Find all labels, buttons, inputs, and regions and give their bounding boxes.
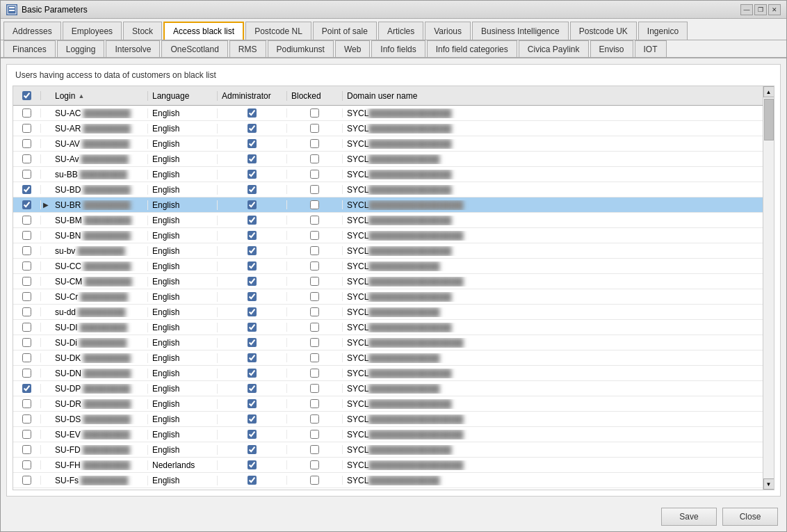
row-checkbox[interactable] <box>22 170 31 179</box>
row-checkbox-cell[interactable] <box>13 231 41 240</box>
row-admin[interactable] <box>218 414 287 424</box>
row-checkbox[interactable] <box>22 277 31 286</box>
admin-checkbox[interactable] <box>248 384 257 393</box>
admin-checkbox[interactable] <box>248 307 257 316</box>
row-checkbox[interactable] <box>22 292 31 301</box>
row-checkbox-cell[interactable] <box>13 200 41 209</box>
row-checkbox[interactable] <box>22 445 31 454</box>
table-row[interactable]: SU-AR ████████EnglishSYCL██████████████ <box>13 121 774 136</box>
row-admin[interactable] <box>218 216 287 225</box>
admin-checkbox[interactable] <box>248 108 257 118</box>
row-blocked[interactable] <box>287 369 343 378</box>
blocked-checkbox[interactable] <box>310 414 319 424</box>
blocked-checkbox[interactable] <box>310 292 319 301</box>
row-checkbox-cell[interactable] <box>13 292 41 301</box>
blocked-checkbox[interactable] <box>310 216 319 225</box>
row-admin[interactable] <box>218 108 287 118</box>
row-blocked[interactable] <box>287 139 343 148</box>
row-blocked[interactable] <box>287 154 343 163</box>
row-checkbox-cell[interactable] <box>13 414 41 424</box>
blocked-checkbox[interactable] <box>310 185 319 194</box>
row-checkbox[interactable] <box>22 124 31 133</box>
blocked-checkbox[interactable] <box>310 338 319 347</box>
row-admin[interactable] <box>218 369 287 378</box>
tab2-intersolve[interactable]: Intersolve <box>106 40 160 57</box>
blocked-checkbox[interactable] <box>310 231 319 240</box>
table-row[interactable]: SU-EV ████████EnglishSYCL███████████████… <box>13 427 774 442</box>
table-row[interactable]: SU-BD ████████EnglishSYCL██████████████ <box>13 182 774 198</box>
row-admin[interactable] <box>218 292 287 301</box>
tab2-iot[interactable]: IOT <box>635 40 667 57</box>
row-blocked[interactable] <box>287 261 343 271</box>
row-checkbox-cell[interactable] <box>13 139 41 148</box>
admin-checkbox[interactable] <box>248 476 257 485</box>
table-row[interactable]: SU-DK ████████EnglishSYCL████████████ <box>13 350 774 366</box>
blocked-checkbox[interactable] <box>310 476 319 485</box>
admin-checkbox[interactable] <box>248 414 257 424</box>
row-admin[interactable] <box>218 185 287 194</box>
tab2-enviso[interactable]: Enviso <box>590 40 633 57</box>
row-blocked[interactable] <box>287 200 343 209</box>
row-checkbox-cell[interactable] <box>13 216 41 225</box>
blocked-checkbox[interactable] <box>310 277 319 286</box>
row-blocked[interactable] <box>287 460 343 469</box>
table-row[interactable]: SU-FH ████████NederlandsSYCL████████████… <box>13 458 774 473</box>
admin-checkbox[interactable] <box>248 216 257 225</box>
row-blocked[interactable] <box>287 399 343 408</box>
tab-articles[interactable]: Articles <box>378 22 423 40</box>
row-checkbox-cell[interactable] <box>13 430 41 439</box>
row-blocked[interactable] <box>287 476 343 485</box>
row-blocked[interactable] <box>287 430 343 439</box>
row-admin[interactable] <box>218 124 287 133</box>
row-blocked[interactable] <box>287 307 343 316</box>
row-checkbox-cell[interactable] <box>13 476 41 485</box>
save-button[interactable]: Save <box>661 508 717 526</box>
row-checkbox-cell[interactable] <box>13 124 41 133</box>
admin-checkbox[interactable] <box>248 430 257 439</box>
row-admin[interactable] <box>218 399 287 408</box>
row-checkbox-cell[interactable] <box>13 384 41 393</box>
admin-checkbox[interactable] <box>248 261 257 271</box>
select-all-checkbox[interactable] <box>22 91 31 100</box>
blocked-checkbox[interactable] <box>310 154 319 163</box>
row-checkbox[interactable] <box>22 216 31 225</box>
admin-checkbox[interactable] <box>248 185 257 194</box>
row-checkbox-cell[interactable] <box>13 307 41 316</box>
table-row[interactable]: SU-Av ████████EnglishSYCL████████████ <box>13 152 774 167</box>
minimize-button[interactable]: — <box>740 4 753 15</box>
admin-checkbox[interactable] <box>248 170 257 179</box>
row-checkbox[interactable] <box>22 108 31 118</box>
row-checkbox-cell[interactable] <box>13 154 41 163</box>
table-row[interactable]: SU-CC ████████EnglishSYCL████████████ <box>13 259 774 274</box>
blocked-checkbox[interactable] <box>310 460 319 469</box>
row-admin[interactable] <box>218 460 287 469</box>
admin-checkbox[interactable] <box>248 353 257 362</box>
row-checkbox[interactable] <box>22 185 31 194</box>
blocked-checkbox[interactable] <box>310 261 319 271</box>
table-row[interactable]: su-dd ████████EnglishSYCL████████████ <box>13 305 774 320</box>
restore-button[interactable]: ❐ <box>754 4 767 15</box>
scroll-down-button[interactable]: ▼ <box>763 478 774 490</box>
row-checkbox-cell[interactable] <box>13 323 41 332</box>
row-checkbox[interactable] <box>22 231 31 240</box>
tab-business-intelligence[interactable]: Business Intelligence <box>472 22 569 40</box>
row-blocked[interactable] <box>287 277 343 286</box>
admin-checkbox[interactable] <box>248 139 257 148</box>
row-admin[interactable] <box>218 384 287 393</box>
tab-access-black-list[interactable]: Access black list <box>163 22 244 40</box>
row-blocked[interactable] <box>287 124 343 133</box>
table-row[interactable]: SU-Di ████████EnglishSYCL███████████████… <box>13 335 774 350</box>
header-login[interactable]: Login ▲ <box>51 91 148 101</box>
row-checkbox[interactable] <box>22 414 31 424</box>
table-row[interactable]: SU-BM ████████EnglishSYCL██████████████ <box>13 213 774 228</box>
row-admin[interactable] <box>218 200 287 209</box>
row-admin[interactable] <box>218 261 287 271</box>
blocked-checkbox[interactable] <box>310 307 319 316</box>
row-checkbox-cell[interactable] <box>13 261 41 271</box>
table-row[interactable]: ▶SU-BR ████████EnglishSYCL██████████████… <box>13 198 774 213</box>
tab-postcode-nl[interactable]: Postcode NL <box>245 22 311 40</box>
vertical-scrollbar[interactable]: ▲ ▼ <box>763 86 774 490</box>
row-checkbox-cell[interactable] <box>13 170 41 179</box>
row-blocked[interactable] <box>287 384 343 393</box>
row-checkbox[interactable] <box>22 307 31 316</box>
